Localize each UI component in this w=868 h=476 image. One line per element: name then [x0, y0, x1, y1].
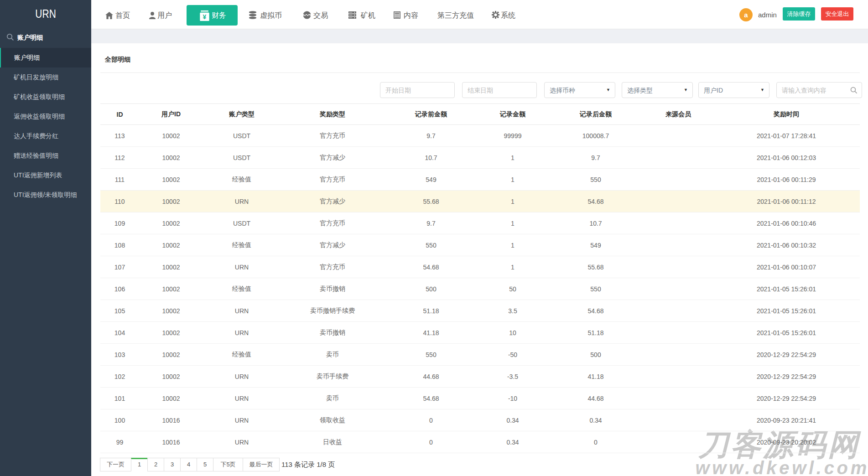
svg-text:¥: ¥ [203, 13, 207, 21]
